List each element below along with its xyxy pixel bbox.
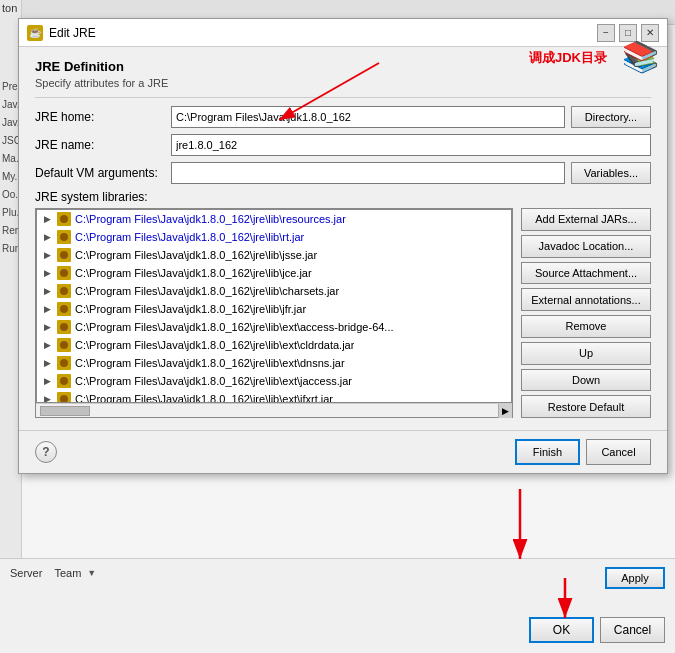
lib-expand-icon[interactable]: ▶	[41, 285, 53, 297]
jar-icon	[57, 374, 71, 388]
library-path: C:\Program Files\Java\jdk1.8.0_162\jre\l…	[75, 357, 345, 369]
jre-definition-subtitle: Specify attributes for a JRE	[35, 77, 651, 89]
jar-icon	[57, 284, 71, 298]
bottom-tabs: Server Team ▼	[10, 567, 96, 579]
library-item[interactable]: ▶C:\Program Files\Java\jdk1.8.0_162\jre\…	[37, 210, 511, 228]
right-buttons-panel: Add External JARs... Javadoc Location...…	[521, 208, 651, 418]
lib-expand-icon[interactable]: ▶	[41, 339, 53, 351]
dialog-footer: ? Finish Cancel	[19, 430, 667, 473]
remove-button[interactable]: Remove	[521, 315, 651, 338]
lib-expand-icon[interactable]: ▶	[41, 321, 53, 333]
library-path: C:\Program Files\Java\jdk1.8.0_162\jre\l…	[75, 213, 346, 225]
library-path: C:\Program Files\Java\jdk1.8.0_162\jre\l…	[75, 321, 394, 333]
team-dropdown-icon[interactable]: ▼	[87, 568, 96, 578]
lib-expand-icon[interactable]: ▶	[41, 303, 53, 315]
jre-home-label: JRE home:	[35, 110, 165, 124]
horizontal-scrollbar[interactable]: ▶	[36, 403, 512, 417]
libraries-container: ▶C:\Program Files\Java\jdk1.8.0_162\jre\…	[35, 208, 651, 418]
jar-icon	[57, 320, 71, 334]
hscroll-thumb	[40, 406, 90, 416]
lib-expand-icon[interactable]: ▶	[41, 267, 53, 279]
library-path: C:\Program Files\Java\jdk1.8.0_162\jre\l…	[75, 249, 317, 261]
lib-expand-icon[interactable]: ▶	[41, 393, 53, 403]
jar-icon	[57, 338, 71, 352]
variables-button[interactable]: Variables...	[571, 162, 651, 184]
finish-button[interactable]: Finish	[515, 439, 580, 465]
server-tab[interactable]: Server	[10, 567, 42, 579]
library-item[interactable]: ▶C:\Program Files\Java\jdk1.8.0_162\jre\…	[37, 246, 511, 264]
library-item[interactable]: ▶C:\Program Files\Java\jdk1.8.0_162\jre\…	[37, 300, 511, 318]
lib-expand-icon[interactable]: ▶	[41, 231, 53, 243]
minimize-button[interactable]: −	[597, 24, 615, 42]
jar-icon	[57, 212, 71, 226]
apply-area: Apply	[605, 567, 665, 589]
dialog-titlebar: ☕ Edit JRE − □ ✕	[19, 19, 667, 47]
team-tab[interactable]: Team	[54, 567, 81, 579]
javadoc-location-button[interactable]: Javadoc Location...	[521, 235, 651, 258]
library-path: C:\Program Files\Java\jdk1.8.0_162\jre\l…	[75, 393, 333, 403]
jar-icon	[57, 230, 71, 244]
library-path: C:\Program Files\Java\jdk1.8.0_162\jre\l…	[75, 267, 312, 279]
books-icon: 📚	[622, 39, 659, 74]
jre-home-row: JRE home: Directory...	[35, 106, 651, 128]
apply-button[interactable]: Apply	[605, 567, 665, 589]
up-button[interactable]: Up	[521, 342, 651, 365]
library-path: C:\Program Files\Java\jdk1.8.0_162\jre\l…	[75, 285, 339, 297]
hscroll-right-btn[interactable]: ▶	[498, 404, 512, 418]
cancel-dialog-button[interactable]: Cancel	[586, 439, 651, 465]
library-item[interactable]: ▶C:\Program Files\Java\jdk1.8.0_162\jre\…	[37, 390, 511, 403]
app-title: ton	[0, 0, 19, 16]
source-attachment-button[interactable]: Source Attachment...	[521, 262, 651, 285]
library-path: C:\Program Files\Java\jdk1.8.0_162\jre\l…	[75, 231, 304, 243]
library-path: C:\Program Files\Java\jdk1.8.0_162\jre\l…	[75, 339, 354, 351]
libraries-label: JRE system libraries:	[35, 190, 651, 204]
jre-home-input[interactable]	[171, 106, 565, 128]
annotation-text: 调成JDK目录	[529, 49, 607, 67]
dialog-body: 📚 调成JDK目录 JRE Definition Specify attribu…	[19, 47, 667, 430]
library-item[interactable]: ▶C:\Program Files\Java\jdk1.8.0_162\jre\…	[37, 336, 511, 354]
footer-action-buttons: Finish Cancel	[515, 439, 651, 465]
dialog-title: Edit JRE	[49, 26, 96, 40]
directory-button[interactable]: Directory...	[571, 106, 651, 128]
jre-name-row: JRE name:	[35, 134, 651, 156]
libraries-list[interactable]: ▶C:\Program Files\Java\jdk1.8.0_162\jre\…	[36, 209, 512, 403]
jar-icon	[57, 356, 71, 370]
vm-args-label: Default VM arguments:	[35, 166, 165, 180]
restore-default-button[interactable]: Restore Default	[521, 395, 651, 418]
library-item[interactable]: ▶C:\Program Files\Java\jdk1.8.0_162\jre\…	[37, 318, 511, 336]
cancel-button[interactable]: Cancel	[600, 617, 665, 643]
library-item[interactable]: ▶C:\Program Files\Java\jdk1.8.0_162\jre\…	[37, 282, 511, 300]
jre-name-input[interactable]	[171, 134, 651, 156]
library-item[interactable]: ▶C:\Program Files\Java\jdk1.8.0_162\jre\…	[37, 228, 511, 246]
lib-expand-icon[interactable]: ▶	[41, 357, 53, 369]
jar-icon	[57, 392, 71, 403]
vm-args-row: Default VM arguments: Variables...	[35, 162, 651, 184]
jar-icon	[57, 248, 71, 262]
jar-icon	[57, 266, 71, 280]
dialog-icon: ☕	[27, 25, 43, 41]
eclipse-bottom-bar: Server Team ▼ Apply OK Cancel	[0, 558, 675, 653]
edit-jre-dialog: ☕ Edit JRE − □ ✕ 📚 调成JDK目录 JRE Definitio…	[18, 18, 668, 474]
help-button[interactable]: ?	[35, 441, 57, 463]
library-path: C:\Program Files\Java\jdk1.8.0_162\jre\l…	[75, 303, 306, 315]
jar-icon	[57, 302, 71, 316]
add-external-jars-button[interactable]: Add External JARs...	[521, 208, 651, 231]
titlebar-left: ☕ Edit JRE	[27, 25, 96, 41]
jre-name-label: JRE name:	[35, 138, 165, 152]
library-item[interactable]: ▶C:\Program Files\Java\jdk1.8.0_162\jre\…	[37, 354, 511, 372]
vm-args-input[interactable]	[171, 162, 565, 184]
library-path: C:\Program Files\Java\jdk1.8.0_162\jre\l…	[75, 375, 352, 387]
lib-expand-icon[interactable]: ▶	[41, 375, 53, 387]
down-button[interactable]: Down	[521, 369, 651, 392]
lib-expand-icon[interactable]: ▶	[41, 249, 53, 261]
lib-expand-icon[interactable]: ▶	[41, 213, 53, 225]
library-item[interactable]: ▶C:\Program Files\Java\jdk1.8.0_162\jre\…	[37, 372, 511, 390]
ok-cancel-area: OK Cancel	[529, 617, 665, 643]
ok-button[interactable]: OK	[529, 617, 594, 643]
external-annotations-button[interactable]: External annotations...	[521, 288, 651, 311]
library-item[interactable]: ▶C:\Program Files\Java\jdk1.8.0_162\jre\…	[37, 264, 511, 282]
